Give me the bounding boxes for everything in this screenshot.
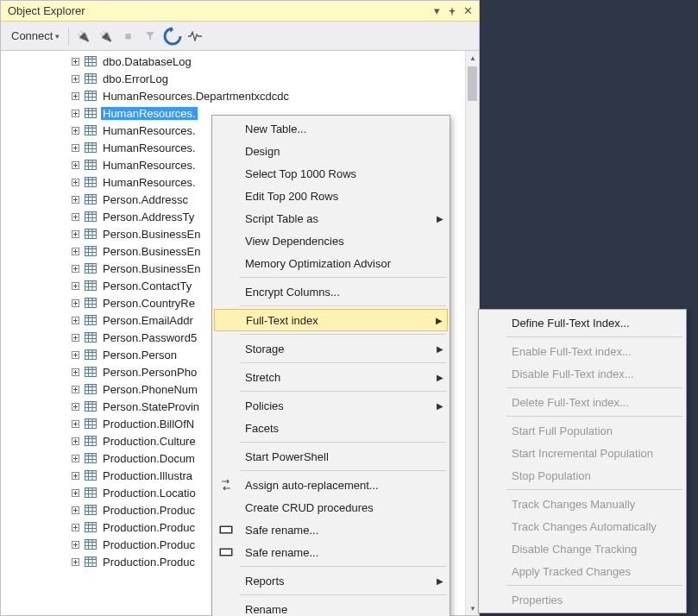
context-menu-item[interactable]: Encrypt Columns... <box>214 280 448 303</box>
context-menu-item[interactable]: Script Table as▶ <box>214 207 448 229</box>
expand-icon[interactable] <box>70 505 80 515</box>
menu-item-label: Track Changes Manually <box>505 498 669 511</box>
scrollbar[interactable]: ▲ ▼ <box>465 51 479 615</box>
expand-icon[interactable] <box>70 349 80 360</box>
context-menu-item[interactable]: Memory Optimization Advisor <box>214 252 448 274</box>
context-menu-item[interactable]: Create CRUD procedures <box>214 496 448 519</box>
expand-icon[interactable] <box>70 142 80 153</box>
expand-icon[interactable] <box>70 211 80 222</box>
context-menu-item[interactable]: Policies▶ <box>214 394 448 417</box>
menu-item-icon <box>214 207 238 229</box>
expand-icon[interactable] <box>70 91 80 101</box>
context-menu-item[interactable]: Assign auto-replacement... <box>214 474 448 496</box>
svg-rect-164 <box>85 402 97 405</box>
expand-icon[interactable] <box>70 401 80 412</box>
menu-separator <box>240 305 446 306</box>
activity-icon[interactable] <box>185 26 205 47</box>
tree-item-label: Person.Password5 <box>101 331 198 344</box>
svg-rect-4 <box>85 57 97 60</box>
expand-icon[interactable] <box>70 177 80 187</box>
context-menu-item[interactable]: Start PowerShell <box>214 445 448 468</box>
tree-item-label: Production.Produc <box>101 504 197 517</box>
expand-icon[interactable] <box>70 522 80 532</box>
svg-rect-204 <box>85 488 97 491</box>
menu-item-label: Start Incremental Population <box>505 447 669 460</box>
context-menu-item[interactable]: View Dependencies <box>214 229 448 252</box>
connect-button[interactable]: Connect <box>6 28 65 44</box>
fulltext-menu-item: Delete Full-Text index... <box>481 391 684 413</box>
context-menu-item[interactable]: Storage▶ <box>214 337 448 360</box>
menu-item-label: Reports <box>238 575 432 588</box>
tree-item[interactable]: dbo.DatabaseLog <box>1 53 465 70</box>
expand-icon[interactable] <box>70 332 80 343</box>
context-menu-fulltext[interactable]: Define Full-Text Index...Enable Full-Tex… <box>478 309 687 613</box>
tree-item-label: Production.Produc <box>101 556 197 569</box>
expand-icon[interactable] <box>70 315 80 325</box>
close-icon[interactable]: ✕ <box>460 3 475 19</box>
svg-rect-76 <box>85 212 97 215</box>
context-menu-item[interactable]: Select Top 1000 Rows <box>214 162 448 185</box>
context-menu-item[interactable]: Safe rename... <box>214 541 448 563</box>
tree-item-label: Person.BusinessEn <box>101 245 202 258</box>
context-menu-item[interactable]: Full-Text index▶ <box>214 309 448 331</box>
expand-icon[interactable] <box>70 160 80 170</box>
expand-icon[interactable] <box>70 125 80 135</box>
fulltext-menu-item: Properties <box>481 588 684 611</box>
expand-icon[interactable] <box>70 453 80 463</box>
expand-icon[interactable] <box>70 56 80 66</box>
context-menu-item[interactable]: Stretch▶ <box>214 366 448 388</box>
tree-item[interactable]: dbo.ErrorLog <box>1 70 465 87</box>
context-menu-item[interactable]: Facets <box>214 417 448 439</box>
expand-icon[interactable] <box>70 263 80 273</box>
connect-object-icon[interactable]: 🔌 <box>72 26 93 47</box>
scroll-up-icon[interactable]: ▲ <box>466 51 479 65</box>
submenu-arrow-icon: ▶ <box>432 576 448 586</box>
menu-item-icon <box>214 598 238 616</box>
expand-icon[interactable] <box>70 246 80 256</box>
tree-item-label: HumanResources. <box>101 159 198 172</box>
menu-item-icon <box>214 252 238 274</box>
menu-item-label: Full-Text index <box>239 314 431 327</box>
context-menu-main[interactable]: New Table...DesignSelect Top 1000 RowsEd… <box>211 115 450 616</box>
expand-icon[interactable] <box>70 539 80 550</box>
tree-item-label: Person.BusinessEn <box>101 262 202 275</box>
expand-icon[interactable] <box>70 556 80 567</box>
svg-rect-44 <box>85 143 97 146</box>
menu-item-icon <box>481 560 505 582</box>
scroll-down-icon[interactable]: ▼ <box>466 601 479 615</box>
expand-icon[interactable] <box>70 229 80 239</box>
context-menu-item[interactable]: New Table... <box>214 117 448 140</box>
context-menu-item[interactable]: Edit Top 200 Rows <box>214 185 448 207</box>
context-menu-item[interactable]: Safe rename... <box>214 519 448 541</box>
context-menu-item[interactable]: Rename <box>214 598 448 616</box>
scroll-thumb[interactable] <box>468 66 477 101</box>
window-position-icon[interactable]: ▾ <box>429 3 444 19</box>
expand-icon[interactable] <box>70 108 80 118</box>
expand-icon[interactable] <box>70 384 80 394</box>
fulltext-menu-item[interactable]: Define Full-Text Index... <box>481 311 684 334</box>
tree-item-label: Production.Docum <box>101 452 197 465</box>
expand-icon[interactable] <box>70 194 80 204</box>
svg-rect-52 <box>85 160 97 163</box>
pin-icon[interactable] <box>444 3 460 19</box>
expand-icon[interactable] <box>70 298 80 308</box>
context-menu-item[interactable]: Design <box>214 140 448 162</box>
table-icon <box>84 72 97 85</box>
expand-icon[interactable] <box>70 280 80 291</box>
expand-icon[interactable] <box>70 418 80 429</box>
submenu-arrow-icon: ▶ <box>432 214 448 223</box>
menu-item-label: Enable Full-Text index... <box>505 345 669 358</box>
refresh-icon[interactable] <box>162 26 183 47</box>
expand-icon[interactable] <box>70 487 80 498</box>
expand-icon[interactable] <box>70 436 80 446</box>
disconnect-icon[interactable]: 🔌 <box>95 26 116 47</box>
svg-rect-243 <box>221 550 231 555</box>
expand-icon[interactable] <box>70 470 80 481</box>
expand-icon[interactable] <box>70 73 80 84</box>
tree-item[interactable]: HumanResources.Departmentxcdcdc <box>1 87 465 104</box>
table-icon <box>84 382 97 396</box>
menu-item-label: Start Full Population <box>505 424 669 437</box>
expand-icon[interactable] <box>70 367 80 377</box>
context-menu-item[interactable]: Reports▶ <box>214 569 448 592</box>
menu-item-icon <box>214 366 238 388</box>
